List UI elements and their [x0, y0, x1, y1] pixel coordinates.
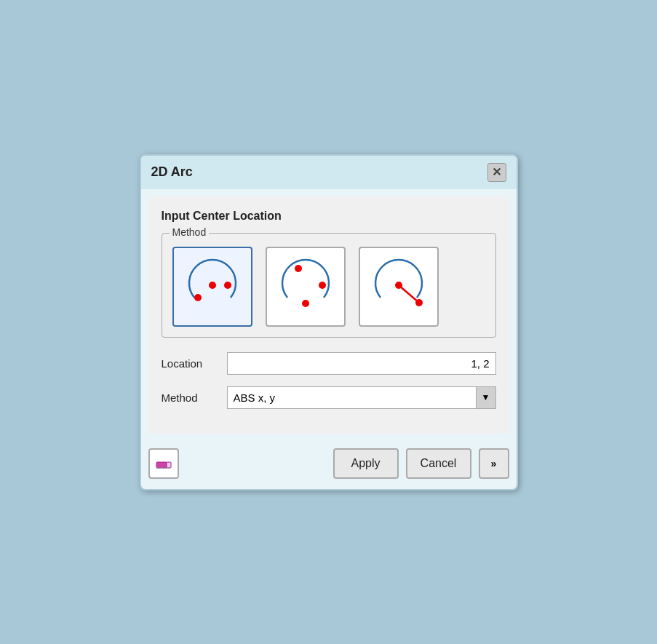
apply-button[interactable]: Apply	[333, 448, 399, 479]
location-label: Location	[162, 357, 227, 370]
svg-point-3	[295, 265, 302, 272]
svg-point-0	[209, 282, 216, 289]
section-title: Input Center Location	[162, 210, 496, 223]
svg-point-5	[302, 300, 309, 307]
method-icons-container	[172, 247, 485, 327]
dialog-title: 2D Arc	[151, 164, 193, 180]
method-1-icon	[183, 258, 242, 316]
svg-point-2	[224, 282, 231, 289]
eraser-icon	[155, 455, 172, 472]
dialog-2d-arc: 2D Arc ✕ Input Center Location Method	[140, 154, 518, 490]
close-button[interactable]: ✕	[487, 163, 506, 182]
method-row: Method ABS x, y REL x, y Polar ▼	[162, 386, 496, 409]
cancel-button[interactable]: Cancel	[406, 448, 471, 479]
method-select-wrapper: ABS x, y REL x, y Polar ▼	[227, 386, 496, 409]
location-row: Location	[162, 352, 496, 375]
location-input[interactable]	[227, 352, 496, 375]
svg-point-1	[194, 294, 202, 301]
method-group-label: Method	[170, 226, 210, 238]
dialog-body: Input Center Location Method	[148, 196, 509, 434]
svg-point-4	[319, 282, 326, 289]
method-option-3[interactable]	[359, 247, 439, 327]
method-3-icon	[370, 258, 428, 316]
svg-point-8	[415, 299, 423, 306]
more-button[interactable]: »	[479, 448, 509, 479]
eraser-button[interactable]	[148, 448, 179, 479]
dialog-footer: Apply Cancel »	[141, 441, 517, 489]
method-group: Method	[162, 233, 496, 338]
svg-line-7	[399, 285, 419, 303]
method-2-icon	[276, 258, 335, 316]
svg-rect-10	[167, 462, 171, 468]
method-option-2[interactable]	[266, 247, 346, 327]
title-bar: 2D Arc ✕	[141, 156, 517, 189]
method-dropdown-label: Method	[162, 391, 227, 404]
method-option-1[interactable]	[172, 247, 252, 327]
svg-rect-9	[156, 462, 167, 468]
method-select[interactable]: ABS x, y REL x, y Polar	[227, 386, 496, 409]
